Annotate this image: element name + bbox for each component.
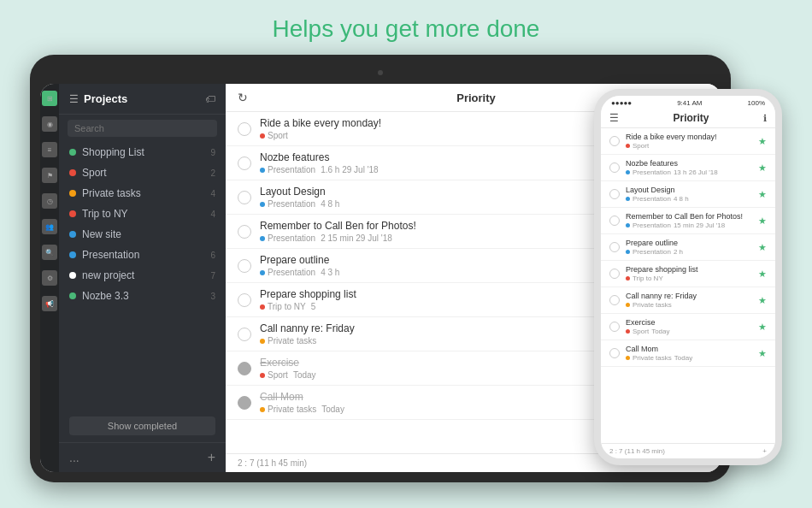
phone-star-button[interactable]: ★ [758,216,767,227]
phone-task-meta: Private tasks [626,301,758,309]
task-checkbox[interactable] [238,293,251,307]
phone-task-checkbox[interactable] [609,162,620,173]
phone-status-bar: ●●●●● 9:41 AM 100% [601,96,775,109]
phone-task-item[interactable]: Prepare outline Presentation 2 h ★ [601,234,775,261]
task-tag: Private tasks [260,336,316,346]
phone-task-checkbox[interactable] [609,322,620,332]
project-name: Presentation [82,249,210,261]
phone-time: 9:41 AM [677,99,702,107]
nav-icon-home[interactable]: ⊞ [42,91,57,106]
task-tag: Sport [260,370,288,380]
project-color-dot [69,231,76,238]
phone-star-button[interactable]: ★ [758,269,767,280]
phone-task-meta: Private tasks Today [626,354,758,362]
sidebar-project-item[interactable]: new project 7 [59,265,226,286]
project-name: New site [82,228,215,240]
nav-icon-inbox[interactable]: ◉ [42,116,57,132]
task-checkbox[interactable] [238,396,251,410]
nav-icon-clock[interactable]: ◷ [42,193,57,209]
more-options-icon[interactable]: ... [69,451,79,464]
refresh-icon[interactable]: ↻ [238,91,248,104]
phone-meta-info: 15 min 29 Jul '18 [674,222,725,229]
sidebar-project-item[interactable]: Trip to NY 4 [59,204,226,224]
task-meta-info: 5 [311,302,316,311]
phone-task-title: Prepare outline [626,239,758,247]
phone-star-button[interactable]: ★ [758,242,767,253]
sidebar-project-item[interactable]: Nozbe 3.3 3 [59,286,226,306]
phone-task-item[interactable]: Call nanny re: Friday Private tasks ★ [601,287,775,314]
nav-icon-flag[interactable]: ⚑ [42,168,57,183]
project-name: new project [82,269,210,281]
project-color-dot [69,292,76,299]
phone-task-checkbox[interactable] [609,295,620,305]
task-checkbox[interactable] [238,328,251,341]
phone-footer: 2 : 7 (11 h 45 min) + [601,443,775,458]
phone-task-checkbox[interactable] [609,136,620,146]
sidebar-project-item[interactable]: New site [59,224,226,245]
nav-icon-announce[interactable]: 📢 [42,296,57,311]
tablet-camera [378,70,383,75]
sidebar-project-item[interactable]: Presentation 6 [59,245,226,265]
project-count: 7 [210,271,215,281]
nav-icon-projects[interactable]: ≡ [42,142,57,157]
task-checkbox[interactable] [238,191,251,204]
phone-task-item[interactable]: Layout Design Presentation 4 8 h ★ [601,181,775,208]
phone-info-icon[interactable]: ℹ [763,113,767,124]
phone-task-item[interactable]: Nozbe features Presentation 13 h 26 Jul … [601,155,775,181]
nav-icon-settings[interactable]: ⚙ [42,270,57,286]
phone-star-button[interactable]: ★ [758,295,767,306]
show-completed-button[interactable]: Show completed [69,416,215,435]
phone-star-button[interactable]: ★ [758,189,767,200]
phone-tag-name: Private tasks [633,354,672,362]
phone-task-checkbox[interactable] [609,216,620,226]
phone-star-button[interactable]: ★ [758,162,767,174]
phone-tag-name: Presentation [633,248,671,256]
phone-task-item[interactable]: Ride a bike every monday! Sport ★ [601,128,775,155]
phone-title: Priority [619,112,763,124]
project-name: Trip to NY [82,208,210,220]
phone-task-meta: Presentation 2 h [626,248,758,256]
task-checkbox[interactable] [238,122,251,136]
phone-star-button[interactable]: ★ [758,348,767,359]
sidebar-project-item[interactable]: Shopping List 9 [59,142,226,162]
tag-name: Trip to NY [268,302,306,311]
nav-icon-team[interactable]: 👥 [42,219,57,234]
phone-task-meta: Sport [626,142,758,150]
phone-tag-name: Sport [633,142,649,150]
phone-task-item[interactable]: Remember to Call Ben for Photos! Present… [601,208,775,234]
phone-task-checkbox[interactable] [609,269,620,279]
tag-name: Presentation [268,233,315,243]
project-count: 4 [210,189,215,198]
phone-task-title: Exercise [626,318,758,327]
task-checkbox[interactable] [238,259,251,273]
phone-menu-icon[interactable]: ☰ [609,112,619,124]
task-checkbox[interactable] [238,225,251,239]
phone-star-button[interactable]: ★ [758,136,767,147]
phone-task-checkbox[interactable] [609,242,620,252]
device-container: ⊞ ◉ ≡ ⚑ ◷ 👥 🔍 ⚙ 📢 ☰ Projects 🏷 [30,55,782,491]
phone-signal: ●●●●● [611,99,632,107]
phone-task-item[interactable]: Prepare shopping list Trip to NY ★ [601,261,775,287]
nav-icon-search[interactable]: 🔍 [42,245,57,260]
phone-task-item[interactable]: Call Mom Private tasks Today ★ [601,340,775,367]
search-input[interactable] [68,120,217,137]
tag-name: Private tasks [268,405,316,414]
sidebar-project-item[interactable]: Sport 2 [59,162,226,183]
sidebar-header: ☰ Projects 🏷 [59,84,226,115]
search-box [59,115,226,142]
phone-star-button[interactable]: ★ [758,322,767,333]
phone-add-button[interactable]: + [762,447,767,455]
task-checkbox[interactable] [238,362,251,375]
task-checkbox[interactable] [238,157,251,170]
phone-tag-name: Trip to NY [633,275,663,282]
tag-dot [260,270,265,275]
sidebar-project-item[interactable]: Private tasks 4 [59,183,226,204]
phone-task-list: Ride a bike every monday! Sport ★ Nozbe … [601,128,775,443]
phone-task-checkbox[interactable] [609,189,620,199]
add-project-button[interactable]: + [208,450,215,465]
sidebar-footer: ... + [59,442,226,472]
tag-dot [260,168,265,173]
phone-task-item[interactable]: Exercise Sport Today ★ [601,314,775,340]
sidebar-tag-icon[interactable]: 🏷 [205,93,215,105]
phone-task-checkbox[interactable] [609,348,620,358]
